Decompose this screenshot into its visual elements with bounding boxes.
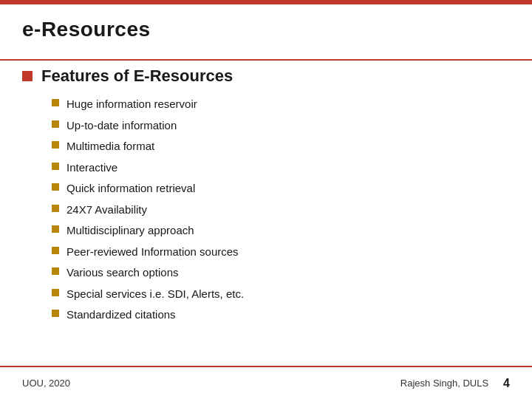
list-item: Standardized citations	[52, 307, 510, 324]
sub-item-text: Multimedia format	[66, 138, 154, 155]
sub-bullet-icon	[52, 205, 59, 212]
slide-title: e-Resources	[22, 18, 151, 41]
sub-item-text: 24X7 Availability	[66, 202, 147, 219]
footer-left: UOU, 2020	[22, 378, 70, 389]
list-item: Huge information reservoir	[52, 96, 510, 113]
footer: UOU, 2020 Rajesh Singh, DULS 4	[0, 366, 532, 399]
list-item: Special services i.e. SDI, Alerts, etc.	[52, 286, 510, 303]
sub-item-text: Quick information retrieval	[66, 180, 195, 197]
sub-bullet-icon	[52, 289, 59, 296]
title-divider	[0, 59, 532, 61]
footer-page: 4	[503, 377, 510, 390]
sub-bullet-icon	[52, 247, 59, 254]
sub-bullet-icon	[52, 183, 59, 191]
sub-bullet-icon	[52, 225, 59, 233]
main-bullet-icon	[22, 71, 33, 81]
list-item: Multidisciplinary approach	[52, 222, 510, 239]
sub-bullet-icon	[52, 120, 59, 128]
main-heading: Features of E-Resources	[22, 66, 510, 86]
sub-bullet-icon	[52, 99, 59, 106]
footer-author: Rajesh Singh, DULS	[400, 378, 488, 389]
list-item: Up-to-date information	[52, 117, 510, 134]
list-item: Multimedia format	[52, 138, 510, 155]
list-item: 24X7 Availability	[52, 202, 510, 219]
list-item: Peer-reviewed Information sources	[52, 244, 510, 261]
title-area: e-Resources	[0, 4, 532, 50]
sub-item-text: Huge information reservoir	[66, 96, 197, 113]
sub-item-text: Special services i.e. SDI, Alerts, etc.	[66, 286, 244, 303]
sub-item-text: Peer-reviewed Information sources	[66, 244, 239, 261]
sub-bullet-icon	[52, 267, 59, 275]
sub-bullet-icon	[52, 163, 59, 170]
content-area: Features of E-Resources Huge information…	[22, 66, 510, 362]
slide: e-Resources Features of E-Resources Huge…	[0, 0, 532, 399]
sub-list: Huge information reservoirUp-to-date inf…	[52, 96, 510, 324]
sub-item-text: Interactive	[66, 160, 117, 177]
sub-item-text: Standardized citations	[66, 307, 176, 324]
sub-item-text: Multidisciplinary approach	[66, 222, 194, 239]
list-item: Various search options	[52, 265, 510, 282]
sub-item-text: Various search options	[66, 265, 178, 282]
footer-right-area: Rajesh Singh, DULS 4	[400, 377, 510, 390]
list-item: Quick information retrieval	[52, 180, 510, 197]
sub-item-text: Up-to-date information	[66, 117, 177, 134]
main-heading-text: Features of E-Resources	[41, 66, 233, 86]
sub-bullet-icon	[52, 141, 59, 149]
list-item: Interactive	[52, 160, 510, 177]
sub-bullet-icon	[52, 310, 59, 317]
